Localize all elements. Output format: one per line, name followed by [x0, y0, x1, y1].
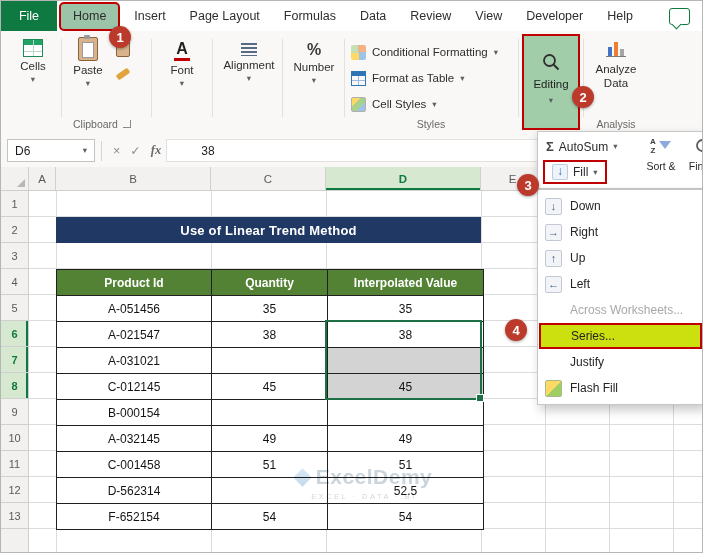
- cell-styles-button[interactable]: Cell Styles ▾: [351, 93, 515, 115]
- table-cell[interactable]: 45: [328, 374, 484, 400]
- tab-page-layout[interactable]: Page Layout: [178, 1, 272, 31]
- table-cell[interactable]: 52.5: [328, 478, 484, 504]
- dialog-launcher-icon[interactable]: [123, 120, 131, 128]
- row-header-9[interactable]: 9: [1, 399, 28, 425]
- table-cell[interactable]: 51: [328, 452, 484, 478]
- menu-item-left[interactable]: ← Left: [538, 271, 703, 297]
- table-cell[interactable]: B-000154: [57, 400, 212, 426]
- fill-button[interactable]: ↓ Fill ▾: [543, 160, 607, 184]
- sort-filter-button[interactable]: A Z Sort &: [642, 137, 680, 172]
- table-cell[interactable]: 54: [212, 504, 328, 530]
- tab-data[interactable]: Data: [348, 1, 398, 31]
- table-cell[interactable]: D-562314: [57, 478, 212, 504]
- tab-developer[interactable]: Developer: [514, 1, 595, 31]
- row-header-6[interactable]: 6: [1, 321, 28, 347]
- cells-button[interactable]: Cells ▾: [9, 39, 57, 84]
- column-header-b[interactable]: B: [56, 167, 211, 190]
- table-cell[interactable]: [328, 400, 484, 426]
- table-cell[interactable]: [212, 348, 328, 374]
- sheet-title-cell[interactable]: Use of Linear Trend Method: [56, 217, 481, 243]
- find-select-button[interactable]: Find &: [682, 137, 703, 172]
- table-cell[interactable]: [212, 478, 328, 504]
- row-header-11[interactable]: 11: [1, 451, 28, 477]
- menu-item-label: Up: [570, 251, 585, 265]
- table-cell[interactable]: 38: [212, 322, 328, 348]
- table-cell[interactable]: 35: [212, 296, 328, 322]
- font-button[interactable]: A Font ▾: [157, 41, 207, 88]
- name-box[interactable]: D6 ▾: [7, 139, 95, 162]
- enter-icon[interactable]: ✓: [125, 143, 145, 158]
- active-cell-d6[interactable]: 38: [328, 322, 484, 348]
- row-header-7[interactable]: 7: [1, 347, 28, 373]
- styles-group-label: Styles: [351, 118, 511, 130]
- table-cell[interactable]: [212, 400, 328, 426]
- table-header-product-id[interactable]: Product Id: [57, 270, 212, 296]
- select-all-corner[interactable]: [1, 167, 29, 190]
- menu-item-series[interactable]: Series...: [539, 323, 702, 349]
- row-header-4[interactable]: 4: [1, 269, 28, 295]
- column-header-a[interactable]: A: [29, 167, 56, 190]
- table-cell[interactable]: A-031021: [57, 348, 212, 374]
- analyze-data-button[interactable]: Analyze Data: [587, 39, 645, 91]
- table-header-interpolated-value[interactable]: Interpolated Value: [328, 270, 484, 296]
- table-cell[interactable]: 45: [212, 374, 328, 400]
- table-cell[interactable]: C-001458: [57, 452, 212, 478]
- comments-icon[interactable]: [669, 8, 690, 25]
- table-cell[interactable]: 35: [328, 296, 484, 322]
- table-row: A-032145 49 49: [57, 426, 484, 452]
- tab-formulas[interactable]: Formulas: [272, 1, 348, 31]
- number-button[interactable]: % Number ▾: [288, 42, 340, 85]
- menu-item-right[interactable]: → Right: [538, 219, 703, 245]
- row-header-5[interactable]: 5: [1, 295, 28, 321]
- insert-function-icon[interactable]: fx: [146, 143, 166, 158]
- table-row: F-652154 54 54: [57, 504, 484, 530]
- table-cell[interactable]: 54: [328, 504, 484, 530]
- alignment-button[interactable]: Alignment ▾: [218, 43, 280, 83]
- table-cell[interactable]: 49: [212, 426, 328, 452]
- tab-home[interactable]: Home: [59, 2, 120, 31]
- table-cell[interactable]: A-021547: [57, 322, 212, 348]
- tab-view[interactable]: View: [463, 1, 514, 31]
- row-header-8[interactable]: 8: [1, 373, 28, 399]
- sigma-icon: Σ: [546, 139, 554, 154]
- cancel-icon[interactable]: ×: [108, 144, 125, 158]
- menu-item-label: Down: [570, 199, 601, 213]
- tab-review[interactable]: Review: [398, 1, 463, 31]
- row-header-2[interactable]: 2: [1, 217, 28, 243]
- table-cell[interactable]: [328, 348, 484, 374]
- row-header-13[interactable]: 13: [1, 503, 28, 529]
- tab-help[interactable]: Help: [595, 1, 645, 31]
- file-tab[interactable]: File: [1, 1, 57, 31]
- row-header-10[interactable]: 10: [1, 425, 28, 451]
- table-cell[interactable]: A-032145: [57, 426, 212, 452]
- excel-window: File Home Insert Page Layout Formulas Da…: [0, 0, 703, 553]
- fill-up-icon: ↑: [545, 250, 562, 267]
- paste-button[interactable]: Paste ▾: [65, 37, 111, 88]
- row-header-3[interactable]: 3: [1, 243, 28, 269]
- menu-item-down[interactable]: ↓ Down: [538, 193, 703, 219]
- conditional-formatting-button[interactable]: Conditional Formatting ▾: [351, 41, 515, 63]
- find-label: Find &: [689, 160, 703, 172]
- table-cell[interactable]: F-652154: [57, 504, 212, 530]
- table-cell[interactable]: 51: [212, 452, 328, 478]
- autosum-button[interactable]: Σ AutoSum ▾: [546, 139, 617, 154]
- editing-group-button[interactable]: Editing ▾: [522, 34, 580, 130]
- menu-item-up[interactable]: ↑ Up: [538, 245, 703, 271]
- tab-insert[interactable]: Insert: [122, 1, 177, 31]
- table-cell[interactable]: A-051456: [57, 296, 212, 322]
- chevron-down-icon: ▾: [593, 168, 597, 177]
- fill-label: Fill: [573, 165, 588, 179]
- menu-item-flash-fill[interactable]: Flash Fill: [538, 375, 703, 401]
- column-header-c[interactable]: C: [211, 167, 326, 190]
- table-cell[interactable]: C-012145: [57, 374, 212, 400]
- fill-down-icon: ↓: [552, 164, 568, 180]
- format-as-table-button[interactable]: Format as Table ▾: [351, 67, 515, 89]
- row-header-12[interactable]: 12: [1, 477, 28, 503]
- column-header-d[interactable]: D: [326, 167, 481, 190]
- format-painter-button[interactable]: [113, 65, 133, 77]
- menu-item-justify[interactable]: Justify: [538, 349, 703, 375]
- analyze-data-icon: [606, 39, 626, 57]
- row-header-1[interactable]: 1: [1, 191, 28, 217]
- table-cell[interactable]: 49: [328, 426, 484, 452]
- table-header-quantity[interactable]: Quantity: [212, 270, 328, 296]
